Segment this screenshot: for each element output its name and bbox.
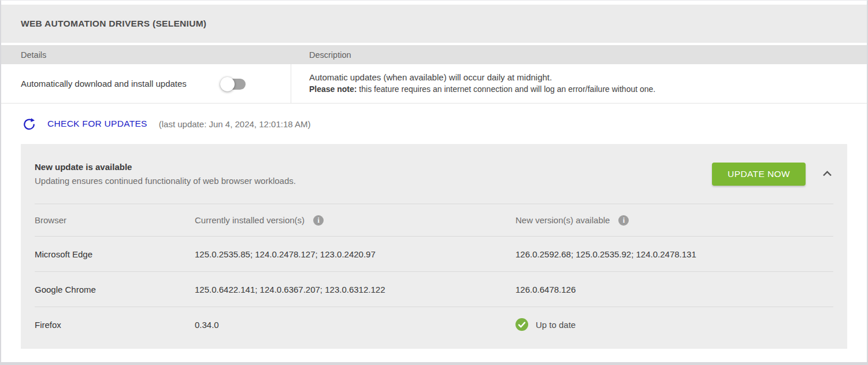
auto-update-setting-row: Automatically download and install updat… xyxy=(1,64,867,104)
browser-column-header: Browser xyxy=(35,215,195,225)
installed-column-header: Currently installed version(s) i xyxy=(195,215,515,226)
settings-page: WEB AUTOMATION DRIVERS (SELENIUM) Detail… xyxy=(0,0,868,365)
installed-info-icon[interactable]: i xyxy=(313,215,324,226)
installed-versions: 125.0.2535.85; 124.0.2478.127; 123.0.242… xyxy=(195,249,515,259)
browser-name: Microsoft Edge xyxy=(35,249,195,259)
up-to-date-status: Up to date xyxy=(515,318,833,331)
update-now-button[interactable]: UPDATE NOW xyxy=(712,163,806,186)
auto-update-setting-cell: Automatically download and install updat… xyxy=(1,64,291,103)
update-panel-subtitle: Updating ensures continued functionality… xyxy=(35,174,296,188)
check-for-updates-label: CHECK FOR UPDATES xyxy=(47,119,147,129)
available-column-header: New version(s) available i xyxy=(515,215,833,226)
browsers-table-header: Browser Currently installed version(s) i… xyxy=(21,204,847,236)
check-for-updates-row: CHECK FOR UPDATES (last update: Jun 4, 2… xyxy=(1,104,867,144)
available-versions: 126.0.6478.126 xyxy=(515,285,833,294)
up-to-date-check-icon xyxy=(515,318,528,331)
settings-columns-header: Details Description xyxy=(1,45,867,64)
auto-update-description-line1: Automatic updates (when available) will … xyxy=(309,72,853,83)
note-text: this feature requires an internet connec… xyxy=(357,84,655,94)
refresh-icon xyxy=(23,117,36,131)
available-info-icon[interactable]: i xyxy=(618,215,629,226)
auto-update-description-note: Please note: this feature requires an in… xyxy=(309,83,853,95)
update-panel-titles: New update is available Updating ensures… xyxy=(35,160,296,188)
page-header: WEB AUTOMATION DRIVERS (SELENIUM) xyxy=(1,5,867,43)
up-to-date-label: Up to date xyxy=(536,320,576,330)
installed-versions: 125.0.6422.141; 124.0.6367.207; 123.0.63… xyxy=(195,285,515,294)
toggle-knob xyxy=(220,77,235,91)
chevron-up-icon xyxy=(822,169,832,178)
page-title: WEB AUTOMATION DRIVERS (SELENIUM) xyxy=(21,19,206,29)
table-row-microsoft-edge: Microsoft Edge 125.0.2535.85; 124.0.2478… xyxy=(21,237,847,271)
description-column-header: Description xyxy=(291,50,867,60)
available-versions: 126.0.2592.68; 125.0.2535.92; 124.0.2478… xyxy=(515,249,833,259)
auto-update-toggle[interactable] xyxy=(222,78,246,90)
browser-name: Google Chrome xyxy=(35,285,195,294)
installed-column-label: Currently installed version(s) xyxy=(195,215,305,225)
note-label: Please note: xyxy=(309,84,357,94)
collapse-panel-button[interactable] xyxy=(822,169,832,178)
update-panel-title: New update is available xyxy=(35,160,296,174)
available-column-label: New version(s) available xyxy=(515,215,610,225)
table-row-firefox: Firefox 0.34.0 Up to date xyxy=(21,307,847,342)
table-row-google-chrome: Google Chrome 125.0.6422.141; 124.0.6367… xyxy=(21,272,847,307)
last-update-timestamp: (last update: Jun 4, 2024, 12:01:18 AM) xyxy=(159,119,311,129)
auto-update-label: Automatically download and install updat… xyxy=(21,79,187,89)
update-panel-header: New update is available Updating ensures… xyxy=(21,144,847,204)
browser-name: Firefox xyxy=(35,320,195,330)
update-available-panel: New update is available Updating ensures… xyxy=(21,144,847,349)
check-for-updates-button[interactable]: CHECK FOR UPDATES xyxy=(23,117,147,131)
details-column-header: Details xyxy=(1,50,291,60)
installed-versions: 0.34.0 xyxy=(195,320,515,330)
auto-update-description-cell: Automatic updates (when available) will … xyxy=(291,64,867,103)
